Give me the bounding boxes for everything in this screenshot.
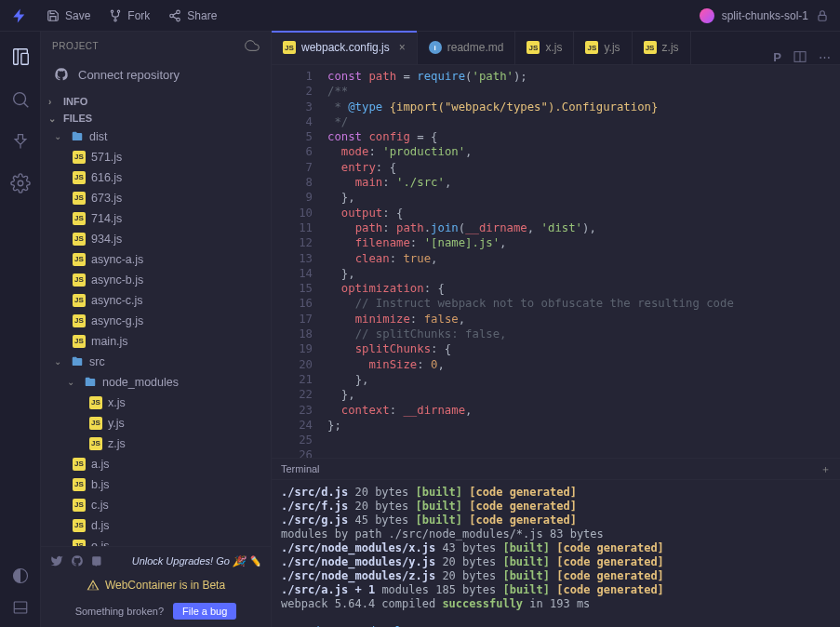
svg-point-5	[177, 18, 180, 21]
svg-rect-14	[14, 602, 27, 613]
share-button[interactable]: Share	[168, 9, 217, 22]
svg-rect-9	[20, 53, 27, 64]
svg-line-6	[173, 12, 177, 14]
unlock-upgrades[interactable]: Unlock Upgrades! Go 🎉 ✏️	[132, 555, 261, 567]
terminal-tab[interactable]: Terminal	[281, 463, 320, 474]
tab-z.js[interactable]: JSz.js	[633, 31, 691, 64]
svg-line-11	[23, 103, 28, 108]
files-section[interactable]: ⌄FILES	[41, 110, 271, 127]
split-editor-icon[interactable]	[793, 49, 807, 64]
tree-item-x.js[interactable]: JSx.js	[41, 393, 271, 413]
more-icon[interactable]: ⋯	[819, 50, 831, 64]
footer-socials: Unlock Upgrades! Go 🎉 ✏️	[50, 554, 261, 573]
terminal[interactable]: ./src/d.js 20 bytes [built] [code genera…	[272, 480, 840, 627]
svg-rect-8	[819, 15, 826, 20]
tree-item-z.js[interactable]: JSz.js	[41, 434, 271, 454]
theme-icon[interactable]	[12, 567, 29, 584]
tab-webpack.config.js[interactable]: JSwebpack.config.js×	[272, 31, 418, 64]
tree-item-571.js[interactable]: JS571.js	[41, 147, 271, 167]
terminal-tabs: Terminal ＋	[272, 459, 840, 480]
svg-point-2	[114, 19, 116, 20]
svg-point-3	[177, 10, 180, 13]
sidebar: PROJECT Connect repository ›INFO ⌄FILES …	[41, 32, 272, 627]
svg-point-0	[112, 10, 113, 12]
logo-icon	[11, 7, 28, 24]
tab-y.js[interactable]: JSy.js	[574, 31, 632, 64]
info-section[interactable]: ›INFO	[41, 93, 271, 110]
tree-item-934.js[interactable]: JS934.js	[41, 229, 271, 249]
svg-point-1	[118, 10, 120, 12]
tree-item-714.js[interactable]: JS714.js	[41, 208, 271, 229]
title-bar: Save Fork Share split-chunks-sol-1	[0, 0, 840, 32]
layout-icon[interactable]	[12, 599, 29, 616]
tree-item-c.js[interactable]: JSc.js	[41, 495, 271, 515]
tree-item-node_modules[interactable]: ⌄node_modules	[41, 372, 271, 393]
tree-item-src[interactable]: ⌄src	[41, 352, 271, 372]
tree-item-async-g.js[interactable]: JSasync-g.js	[41, 311, 271, 331]
search-icon[interactable]	[10, 89, 31, 110]
tree-item-main.js[interactable]: JSmain.js	[41, 331, 271, 352]
tree-item-a.js[interactable]: JSa.js	[41, 454, 271, 474]
tree-item-b.js[interactable]: JSb.js	[41, 474, 271, 495]
tree-item-616.js[interactable]: JS616.js	[41, 167, 271, 188]
explorer-icon[interactable]	[10, 47, 31, 67]
tree-item-d.js[interactable]: JSd.js	[41, 515, 271, 536]
activity-bar	[0, 32, 41, 627]
github-icon	[54, 67, 69, 82]
connect-repository-button[interactable]: Connect repository	[41, 60, 271, 89]
sidebar-header: PROJECT	[41, 32, 271, 60]
tree-item-async-b.js[interactable]: JSasync-b.js	[41, 270, 271, 290]
svg-line-7	[173, 16, 177, 18]
tree-item-dist[interactable]: ⌄dist	[41, 127, 271, 147]
twitter-icon[interactable]	[50, 554, 63, 567]
project-title[interactable]: split-chunks-sol-1	[700, 8, 829, 23]
discord-icon[interactable]	[91, 554, 104, 567]
fork-button[interactable]: Fork	[109, 9, 150, 22]
add-terminal-button[interactable]: ＋	[820, 462, 831, 476]
cloud-icon[interactable]	[245, 38, 260, 53]
tree-item-async-a.js[interactable]: JSasync-a.js	[41, 249, 271, 270]
svg-point-12	[18, 180, 23, 186]
avatar-icon	[700, 8, 714, 23]
prettier-icon[interactable]: P	[773, 50, 781, 64]
github-icon[interactable]	[71, 554, 84, 567]
tab-readme.md[interactable]: ireadme.md	[418, 31, 516, 64]
settings-icon[interactable]	[10, 173, 31, 193]
svg-point-4	[170, 14, 174, 18]
lock-icon	[816, 9, 829, 22]
tab-x.js[interactable]: JSx.js	[515, 31, 574, 64]
broken-label: Something broken?	[75, 606, 164, 617]
tree-item-673.js[interactable]: JS673.js	[41, 188, 271, 208]
file-bug-button[interactable]: File a bug	[173, 603, 236, 620]
svg-point-10	[13, 93, 25, 105]
editor-tabs: JSwebpack.config.js×ireadme.mdJSx.jsJSy.…	[272, 32, 840, 65]
webcontainer-notice: WebContainer is in Beta	[50, 573, 261, 597]
tree-item-y.js[interactable]: JSy.js	[41, 413, 271, 434]
tree-item-async-c.js[interactable]: JSasync-c.js	[41, 290, 271, 311]
save-button[interactable]: Save	[47, 9, 90, 22]
code-editor[interactable]: 1234567891011121314151617181920212223242…	[272, 65, 840, 458]
ports-icon[interactable]	[11, 132, 30, 151]
tree-item-e.js[interactable]: JSe.js	[41, 536, 271, 546]
close-icon[interactable]: ×	[399, 41, 406, 54]
